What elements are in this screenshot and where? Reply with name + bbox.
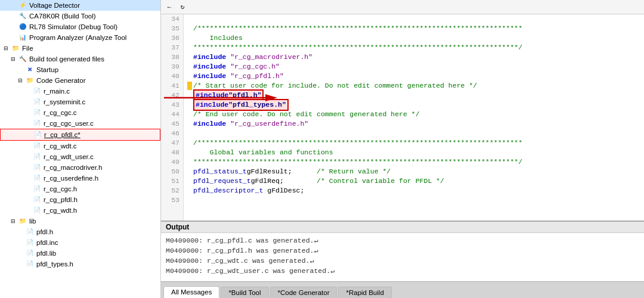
code-text-51: pfdl_request_tgFdlReq; /* Control variab… — [193, 176, 444, 186]
code-line-45: #include "r_cg_userdefine.h" — [187, 119, 640, 129]
line-number-42: 42 — [165, 91, 179, 100]
file-icon-r_cg_userdefine: 📄 — [32, 173, 42, 183]
sidebar-item-r_cg_pfdl[interactable]: 📄r_cg_pfdl.c* — [0, 129, 160, 141]
file-icon-pfdl_h: 📄 — [25, 227, 35, 237]
line-number-34: 34 — [165, 14, 179, 24]
file-icon-r_cg_wdt: 📄 — [32, 141, 42, 151]
code-line-36: Includes — [187, 33, 640, 43]
sidebar-item-file[interactable]: ⊟📁File — [0, 43, 160, 54]
output-tab-1[interactable]: *Build Tool — [221, 287, 268, 298]
expand-icon-program-analyzer — [10, 34, 17, 41]
sidebar-item-program-analyzer[interactable]: 📊Program Analyzer (Analyze Tool — [0, 32, 160, 43]
expand-icon-r_cg_pfdl — [24, 131, 32, 138]
code-line-48: Global variables and functions — [187, 148, 640, 157]
line-number-39: 39 — [165, 62, 179, 72]
sidebar-label-pfdl_h: pfdl.h — [36, 228, 53, 235]
sidebar-item-r_systeminit[interactable]: 📄r_systeminit.c — [0, 97, 160, 107]
code-line-53 — [187, 195, 640, 205]
expand-icon-pfdl_h — [17, 228, 24, 235]
sidebar-label-r_cg_pfdl_h: r_cg_pfdl.h — [44, 196, 78, 203]
sidebar-item-voltage-detector[interactable]: ⚡Voltage Detector — [0, 0, 160, 11]
sidebar-item-r_cg_userdefine[interactable]: 📄r_cg_userdefine.h — [0, 173, 160, 184]
sidebar-item-ca78k0r-build[interactable]: 🔧CA78K0R (Build Tool) — [0, 11, 160, 21]
sidebar-item-r_cg_pfdl_h[interactable]: 📄r_cg_pfdl.h — [0, 194, 160, 205]
output-panel: Output M0409000: r_cg_pfdl.c was generat… — [161, 221, 644, 298]
sidebar-item-pfdl_lib[interactable]: 📄pfdl.lib — [0, 248, 160, 259]
output-tab-2[interactable]: *Code Generator — [270, 287, 338, 298]
sidebar-item-r_cg_wdt_user[interactable]: 📄r_cg_wdt_user.c — [0, 151, 160, 162]
sidebar-item-pfdl_types[interactable]: 📄pfdl_types.h — [0, 259, 160, 269]
sidebar-item-code-generator[interactable]: ⊟📁Code Generator — [0, 75, 160, 86]
sidebar-label-lib: lib — [29, 218, 36, 225]
sidebar-item-build-generated[interactable]: ⊟🔨Build tool generated files — [0, 54, 160, 64]
sidebar-label-r_cg_userdefine: r_cg_userdefine.h — [44, 175, 98, 182]
line-number-50: 50 — [165, 167, 179, 176]
sidebar-item-rl78-sim[interactable]: 🔵RL78 Simulator (Debug Tool) — [0, 21, 160, 32]
file-icon-ca78k0r-build: 🔧 — [18, 11, 27, 21]
sidebar-label-r_cg_cgc: r_cg_cgc.c — [44, 109, 77, 116]
sidebar-label-code-generator: Code Generator — [36, 77, 85, 84]
output-message-0: M0409000: r_cg_pfdl.c was generated.↵ — [166, 235, 639, 246]
file-icon-r_cg_wdt_user: 📄 — [32, 152, 42, 162]
file-icon-rl78-sim: 🔵 — [18, 22, 27, 32]
code-text-44: /* End user code. Do not edit comment ge… — [193, 110, 420, 119]
expand-icon-r_cg_cgc_h — [24, 185, 31, 193]
line-number-37: 37 — [165, 43, 179, 52]
sidebar-item-r_cg_cgc_h[interactable]: 📄r_cg_cgc.h — [0, 184, 160, 194]
output-content: M0409000: r_cg_pfdl.c was generated.↵M04… — [161, 233, 644, 281]
code-text-47: /***************************************… — [193, 138, 522, 148]
expand-icon-r_cg_wdt_h — [24, 207, 31, 214]
sidebar-label-voltage-detector: Voltage Detector — [29, 2, 80, 9]
file-icon-r_cg_cgc_user: 📄 — [32, 119, 42, 128]
expand-icon-rl78-sim — [10, 23, 17, 30]
file-icon-voltage-detector: ⚡ — [18, 1, 27, 10]
sidebar-label-r_cg_pfdl: r_cg_pfdl.c* — [44, 131, 80, 138]
code-text-45: #include "r_cg_userdefine.h" — [193, 119, 308, 129]
code-container[interactable]: 3435363738394041424344454647484950515253… — [161, 14, 644, 221]
code-line-46 — [187, 129, 640, 138]
code-text-37: ****************************************… — [193, 43, 522, 52]
sidebar-item-pfdl_inc[interactable]: 📄pfdl.inc — [0, 237, 160, 248]
file-icon-r_cg_macrodriver: 📄 — [32, 163, 42, 172]
editor-area: ← ↻ 343536373839404142434445464748495051… — [161, 0, 644, 298]
output-message-2: M0409000: r_cg_wdt.c was generated.↵ — [166, 256, 639, 266]
sidebar-item-r_cg_macrodriver[interactable]: 📄r_cg_macrodriver.h — [0, 162, 160, 173]
sidebar-label-r_main: r_main.c — [44, 88, 70, 95]
sidebar-item-r_cg_cgc_user[interactable]: 📄r_cg_cgc_user.c — [0, 118, 160, 129]
line-number-36: 36 — [165, 33, 179, 43]
sidebar: ⚡Voltage Detector🔧CA78K0R (Build Tool)🔵R… — [0, 0, 161, 298]
sidebar-item-r_cg_wdt_h[interactable]: 📄r_cg_wdt.h — [0, 205, 160, 216]
output-message-1: M0409000: r_cg_pfdl.h was generated.↵ — [166, 246, 639, 256]
sidebar-item-startup[interactable]: ✖Startup — [0, 64, 160, 75]
output-tab-3[interactable]: *Rapid Build — [338, 287, 391, 298]
code-text-40: #include "r_cg_pfdl.h" — [193, 72, 284, 81]
back-button[interactable]: ← — [163, 1, 175, 13]
sidebar-label-program-analyzer: Program Analyzer (Analyze Tool — [29, 34, 126, 41]
expand-icon-r_cg_userdefine — [24, 175, 31, 182]
file-icon-r_cg_wdt_h: 📄 — [32, 206, 42, 215]
editor-toolbar: ← ↻ — [161, 0, 644, 14]
code-line-38: #include "r_cg_macrodriver.h" — [187, 52, 640, 62]
sidebar-label-r_cg_wdt_user: r_cg_wdt_user.c — [44, 153, 94, 160]
sidebar-item-r_main[interactable]: 📄r_main.c — [0, 86, 160, 97]
line-number-35: 35 — [165, 24, 179, 33]
sidebar-item-r_cg_cgc[interactable]: 📄r_cg_cgc.c — [0, 107, 160, 118]
sidebar-label-r_cg_wdt: r_cg_wdt.c — [44, 142, 77, 150]
sidebar-item-r_cg_wdt[interactable]: 📄r_cg_wdt.c — [0, 141, 160, 151]
line-number-46: 46 — [165, 129, 179, 138]
sidebar-label-r_cg_cgc_h: r_cg_cgc.h — [44, 185, 77, 193]
sidebar-label-startup: Startup — [36, 66, 58, 73]
expand-icon-r_main — [24, 88, 31, 95]
expand-icon-lib: ⊟ — [10, 218, 17, 225]
line-number-52: 52 — [165, 186, 179, 195]
file-icon-r_cg_pfdl: 📄 — [33, 130, 42, 139]
code-line-52: pfdl_descriptor_t gFdlDesc; — [187, 186, 640, 195]
refresh-button[interactable]: ↻ — [177, 1, 188, 13]
output-message-3: M0409000: r_cg_wdt_user.c was generated.… — [166, 266, 639, 276]
code-line-44: /* End user code. Do not edit comment ge… — [187, 110, 640, 119]
code-text-52: pfdl_descriptor_t gFdlDesc; — [193, 186, 304, 195]
code-line-49: ****************************************… — [187, 157, 640, 167]
sidebar-item-pfdl_h[interactable]: 📄pfdl.h — [0, 226, 160, 237]
sidebar-item-lib[interactable]: ⊟📁lib — [0, 216, 160, 226]
output-tab-0[interactable]: All Messages — [163, 286, 219, 298]
